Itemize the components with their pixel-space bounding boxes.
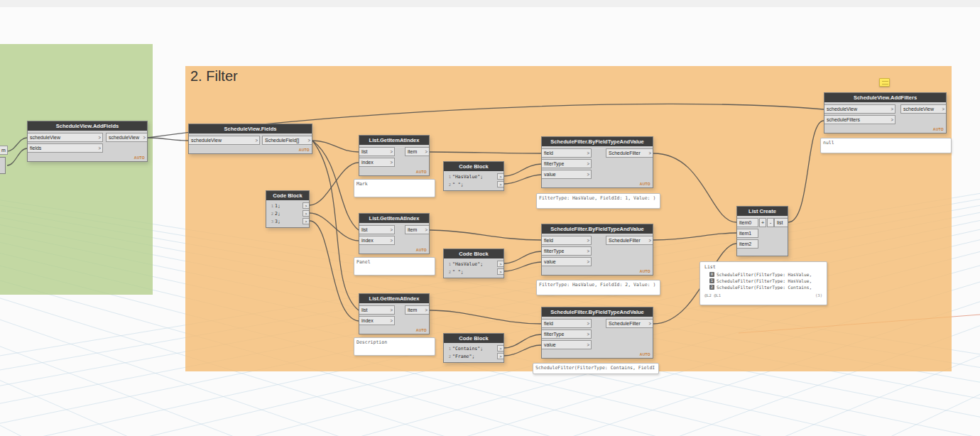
- output-port-scheduleview[interactable]: scheduleView>: [106, 133, 147, 142]
- lacing-label: AUTO: [640, 182, 650, 186]
- node-code-block-hasvalue-2[interactable]: Code Block 1"HasValue";> 2" ";>: [443, 249, 504, 278]
- node-title[interactable]: List.GetItemAtIndex: [359, 214, 429, 223]
- node-title[interactable]: Code Block: [444, 334, 503, 343]
- node-title[interactable]: Code Block: [266, 191, 309, 200]
- preview-bubble[interactable]: FilterType: HasValue, FieldId: 1, Value:…: [536, 193, 660, 209]
- input-port-list[interactable]: list>: [359, 305, 395, 315]
- clipped-node[interactable]: [0, 157, 6, 174]
- output-port[interactable]: >: [303, 218, 309, 224]
- group-title[interactable]: 2. Filter: [185, 66, 952, 87]
- remove-port-button[interactable]: -: [767, 218, 774, 227]
- output-port-schedulefilter[interactable]: ScheduleFilter>: [606, 319, 653, 328]
- input-port-list[interactable]: list>: [359, 225, 395, 234]
- node-title[interactable]: List Create: [737, 207, 788, 216]
- code-text[interactable]: 2;: [275, 211, 281, 217]
- code-text[interactable]: "Contains";: [452, 346, 483, 351]
- preview-bubble[interactable]: FilterType: HasValue, FieldId: 2, Value:…: [536, 280, 660, 295]
- output-port[interactable]: >: [497, 353, 503, 359]
- input-port-schedulefilters[interactable]: scheduleFilters>: [824, 115, 895, 124]
- clipped-node-port[interactable]: m: [0, 146, 8, 155]
- preview-bubble[interactable]: Description: [354, 337, 435, 356]
- input-port-list[interactable]: list>: [359, 147, 395, 156]
- node-title[interactable]: ScheduleFilter.ByFieldTypeAndValue: [542, 137, 653, 146]
- node-list-create[interactable]: List Create item0 + - list item1 item2: [736, 206, 788, 256]
- preview-row: 0ScheduleFilter(FilterType: HasValue,: [700, 271, 827, 278]
- input-port-item0[interactable]: item0: [737, 218, 758, 227]
- node-code-block-contains[interactable]: Code Block 1"Contains";> 2"Frame";>: [443, 333, 504, 363]
- preview-bubble[interactable]: Panel: [354, 257, 435, 276]
- node-getitematindex-3[interactable]: List.GetItemAtIndex list> item> index> A…: [359, 293, 430, 334]
- node-title[interactable]: Code Block: [444, 162, 503, 171]
- output-port-item[interactable]: item>: [405, 147, 429, 156]
- output-port-list[interactable]: list: [774, 218, 788, 227]
- input-port-filtertype[interactable]: filterType>: [542, 246, 592, 256]
- output-port[interactable]: >: [497, 173, 503, 180]
- output-port-item[interactable]: item>: [405, 225, 429, 234]
- node-schedulefilter-2[interactable]: ScheduleFilter.ByFieldTypeAndValue field…: [541, 224, 653, 276]
- code-text[interactable]: "HasValue";: [452, 174, 483, 180]
- output-port[interactable]: >: [497, 268, 503, 275]
- preview-bubble[interactable]: null: [820, 138, 952, 153]
- output-port-schedulefilter[interactable]: ScheduleFilter>: [606, 148, 653, 158]
- output-port-item[interactable]: item>: [405, 305, 429, 315]
- output-port[interactable]: >: [497, 345, 503, 351]
- add-port-button[interactable]: +: [759, 218, 766, 227]
- node-title[interactable]: Code Block: [444, 249, 503, 258]
- output-port[interactable]: >: [303, 210, 309, 217]
- code-text[interactable]: 1;: [275, 203, 281, 209]
- node-schedulefilter-3[interactable]: ScheduleFilter.ByFieldTypeAndValue field…: [541, 307, 653, 359]
- input-port-index[interactable]: index>: [359, 236, 395, 245]
- node-title[interactable]: ScheduleView.Fields: [189, 124, 312, 133]
- preview-bubble[interactable]: Mark: [354, 179, 435, 197]
- output-port[interactable]: >: [303, 202, 309, 209]
- output-port-schedulefilter[interactable]: ScheduleFilter>: [606, 236, 653, 245]
- code-text[interactable]: "HasValue";: [452, 261, 483, 267]
- node-body: field> ScheduleFilter> filterType> value…: [542, 146, 653, 187]
- node-scheduleview-fields[interactable]: ScheduleView.Fields scheduleView> Schedu…: [188, 124, 312, 154]
- node-code-block-hasvalue-1[interactable]: Code Block 1"HasValue";> 2" ";>: [443, 161, 504, 191]
- input-port-filtertype[interactable]: filterType>: [542, 159, 592, 168]
- code-text[interactable]: 3;: [275, 219, 281, 224]
- note-icon[interactable]: [879, 78, 890, 87]
- output-port[interactable]: >: [497, 181, 503, 187]
- node-title[interactable]: ScheduleFilter.ByFieldTypeAndValue: [542, 224, 653, 234]
- node-title[interactable]: List.GetItemAtIndex: [359, 136, 429, 145]
- node-title[interactable]: List.GetItemAtIndex: [359, 294, 429, 303]
- input-port-field[interactable]: field>: [542, 319, 592, 328]
- output-port[interactable]: >: [497, 261, 503, 267]
- input-port-scheduleview[interactable]: scheduleView>: [28, 133, 103, 142]
- output-port-schedulefield[interactable]: ScheduleField[]>: [262, 136, 312, 145]
- code-text[interactable]: " ";: [452, 182, 464, 187]
- list-level-labels[interactable]: @L2 @L1: [704, 293, 721, 298]
- node-title[interactable]: ScheduleView.AddFields: [28, 121, 147, 131]
- node-getitematindex-1[interactable]: List.GetItemAtIndex list> item> index> A…: [359, 135, 430, 176]
- input-port-fields[interactable]: fields>: [28, 143, 103, 153]
- node-scheduleview-addfields[interactable]: ScheduleView.AddFields scheduleView> sch…: [27, 121, 148, 162]
- input-port-field[interactable]: field>: [542, 236, 592, 245]
- preview-bubble[interactable]: ScheduleFilter(FilterType: Contains, Fie…: [533, 363, 659, 374]
- chevron-right-icon: >: [891, 107, 893, 111]
- group-left[interactable]: [0, 44, 153, 295]
- input-port-field[interactable]: field>: [542, 148, 592, 158]
- input-port-index[interactable]: index>: [359, 158, 395, 167]
- node-title[interactable]: ScheduleView.AddFilters: [824, 93, 946, 102]
- input-port-item2[interactable]: item2: [737, 239, 758, 249]
- dynamo-canvas[interactable]: 2. Filter m ScheduleView.AddFields: [0, 0, 980, 436]
- list-preview-bubble[interactable]: List 0ScheduleFilter(FilterType: HasValu…: [699, 261, 827, 305]
- input-port-index[interactable]: index>: [359, 316, 395, 325]
- node-getitematindex-2[interactable]: List.GetItemAtIndex list> item> index> A…: [359, 213, 430, 254]
- input-port-item1[interactable]: item1: [737, 229, 758, 238]
- node-code-block-indices[interactable]: Code Block 11;> 22;> 33;>: [266, 190, 310, 228]
- node-scheduleview-addfilters[interactable]: ScheduleView.AddFilters scheduleView> sc…: [824, 92, 947, 133]
- node-schedulefilter-1[interactable]: ScheduleFilter.ByFieldTypeAndValue field…: [541, 136, 653, 188]
- input-port-value[interactable]: value>: [542, 170, 592, 179]
- code-text[interactable]: "Frame";: [452, 354, 474, 359]
- input-port-scheduleview[interactable]: scheduleView>: [824, 104, 895, 114]
- input-port-value[interactable]: value>: [542, 257, 592, 266]
- output-port-scheduleview[interactable]: scheduleView>: [900, 104, 946, 114]
- node-title[interactable]: ScheduleFilter.ByFieldTypeAndValue: [542, 307, 653, 317]
- input-port-scheduleview[interactable]: scheduleView>: [189, 136, 260, 145]
- input-port-value[interactable]: value>: [542, 340, 592, 349]
- code-text[interactable]: " ";: [452, 269, 464, 275]
- input-port-filtertype[interactable]: filterType>: [542, 329, 592, 339]
